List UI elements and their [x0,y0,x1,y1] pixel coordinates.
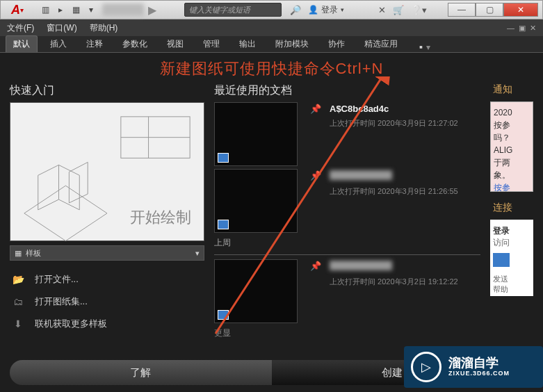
title-blur [102,3,144,16]
recent-doc-item[interactable]: 📌 上次打开时间 2020年3月9日 21:26:55 [214,169,480,233]
pin-icon[interactable]: 📌 [310,169,321,181]
doc-thumbnail [214,102,298,166]
mdi-restore-icon[interactable]: ▣ [519,24,526,33]
app-logo-icon[interactable]: A▾ [3,1,31,18]
recent-doc-item[interactable]: 📌 A$C8bc8ad4c 上次打开时间 2020年3月9日 21:27:02 [214,102,480,166]
preview-art-icon [10,103,204,241]
menu-window[interactable]: 窗口(W) [47,22,76,34]
connect-title: 连接 [490,202,533,214]
separator [214,254,480,255]
login-heading: 登录 [493,225,530,237]
tab-insert[interactable]: 插入 [43,36,74,52]
quickstart-title: 快速入门 [10,83,204,98]
tab-view[interactable]: 视图 [160,36,191,52]
send-label: 发送 [493,274,530,284]
online-templates-link[interactable]: ⬇ 联机获取更多样板 [10,318,204,330]
qat-open-icon[interactable]: ▸ [54,3,67,17]
tab-annotate[interactable]: 注释 [79,36,110,52]
cart-icon[interactable]: 🛒 [393,5,404,15]
notify-title: 通知 [490,83,533,96]
qat-play-icon[interactable]: ▶ [148,3,156,17]
search-input[interactable]: 键入关键字或短语 [184,3,282,17]
maximize-button[interactable]: ▢ [476,3,503,17]
dwg-badge-icon [218,220,229,229]
qat-save-icon[interactable]: ▦ [69,3,83,17]
doc-thumbnail [214,169,298,233]
tab-parametric[interactable]: 参数化 [115,36,154,52]
template-dropdown[interactable]: ▦ 样板 ▾ [10,245,204,261]
tab-output[interactable]: 输出 [232,36,263,52]
play-circle-icon: ▷ [411,352,441,382]
dwg-badge-icon [218,310,229,320]
notify-panel: 2020 按参 吗？ ALIG 于两 象。 按参 [490,101,533,192]
notify-link[interactable]: 按参 [494,181,530,192]
folder-open-icon: 📂 [10,273,26,286]
doc-time: 上次打开时间 2020年3月2日 19:12:22 [330,277,480,287]
doc-title: A$C8bc8ad4c [330,104,480,114]
ribbon-extra-icon[interactable]: ▫️▾ [416,42,430,52]
menu-file[interactable]: 文件(F) [7,22,34,34]
login-panel: 登录 访问 发送 帮助 [490,220,533,296]
last-week-label: 上周 [214,237,480,249]
download-icon: ⬇ [10,318,26,330]
nav-learn[interactable]: 了解 [10,360,272,385]
qat-new-icon[interactable]: ▥ [38,3,52,17]
recent-docs-title: 最近使用的文档 [214,83,480,98]
login-button[interactable]: 👤登录▾ [308,4,344,16]
annotation-hint: 新建图纸可使用快捷命令Ctrl+N [0,53,543,83]
doc-time: 上次打开时间 2020年3月9日 21:26:55 [330,186,480,197]
help-icon[interactable]: ❔▾ [411,5,427,15]
qat-more-icon[interactable]: ▾ [84,3,98,17]
doc-time: 上次打开时间 2020年3月9日 21:27:02 [330,118,480,129]
open-sheetset-link[interactable]: 🗂 打开图纸集... [10,295,204,308]
tab-collaborate[interactable]: 协作 [321,36,352,52]
login-action-button[interactable] [493,253,510,267]
tab-featured[interactable]: 精选应用 [357,36,405,52]
tab-addins[interactable]: 附加模块 [268,36,316,52]
login-sub: 访问 [493,237,530,249]
tab-manage[interactable]: 管理 [196,36,227,52]
open-file-link[interactable]: 📂 打开文件... [10,273,204,286]
doc-title [330,170,480,182]
chevron-down-icon: ▾ [195,249,200,258]
minimize-button[interactable]: — [448,3,476,17]
doc-thumbnail [214,259,298,323]
binoculars-icon[interactable]: 🔎 [290,5,301,15]
pin-icon[interactable]: 📌 [310,102,321,114]
start-drawing-tile[interactable]: 开始绘制 [10,102,204,241]
pin-icon[interactable]: 📌 [310,259,321,271]
doc-title [330,261,480,272]
mdi-close-icon[interactable]: ✕ [530,24,536,33]
watermark: ▷ 溜溜自学 ZIXUE.3D66.COM [404,346,543,388]
dwg-badge-icon [218,153,229,163]
exchange-icon[interactable]: ✕ [378,5,386,15]
more-label: 更显 [214,327,480,339]
template-icon: ▦ [15,249,22,258]
recent-doc-item[interactable]: 📌 上次打开时间 2020年3月2日 19:12:22 [214,259,480,323]
close-button[interactable]: ✕ [503,3,538,17]
mdi-minimize-icon[interactable]: — [507,24,514,33]
sheetset-icon: 🗂 [10,295,26,308]
help-label: 帮助 [493,284,530,295]
menu-help[interactable]: 帮助(H) [90,22,118,34]
tab-default[interactable]: 默认 [6,35,38,52]
